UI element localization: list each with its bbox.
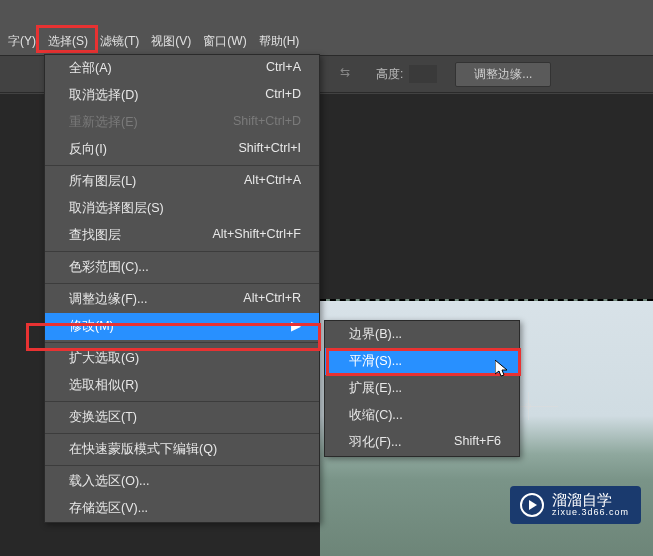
menu-help[interactable]: 帮助(H): [253, 29, 306, 54]
menu-item-modify[interactable]: 修改(M)▶: [45, 313, 319, 340]
menu-item-select-all[interactable]: 全部(A)Ctrl+A: [45, 55, 319, 82]
menu-item-transform-selection[interactable]: 变换选区(T): [45, 404, 319, 431]
menu-item-load-selection[interactable]: 载入选区(O)...: [45, 468, 319, 495]
menu-item-color-range[interactable]: 色彩范围(C)...: [45, 254, 319, 281]
menu-item-refine-edge[interactable]: 调整边缘(F)...Alt+Ctrl+R: [45, 286, 319, 313]
menu-filter[interactable]: 滤镜(T): [94, 29, 145, 54]
menu-bar: 字(Y) 选择(S) 滤镜(T) 视图(V) 窗口(W) 帮助(H): [0, 27, 653, 55]
height-input[interactable]: [409, 65, 437, 83]
menu-item-deselect[interactable]: 取消选择(D)Ctrl+D: [45, 82, 319, 109]
menu-item-all-layers[interactable]: 所有图层(L)Alt+Ctrl+A: [45, 168, 319, 195]
submenu-item-expand[interactable]: 扩展(E)...: [325, 375, 519, 402]
menu-item-deselect-layers[interactable]: 取消选择图层(S): [45, 195, 319, 222]
watermark-title: 溜溜自学: [552, 492, 629, 509]
menu-item-inverse[interactable]: 反向(I)Shift+Ctrl+I: [45, 136, 319, 163]
menu-select[interactable]: 选择(S): [42, 29, 94, 54]
menu-window[interactable]: 窗口(W): [197, 29, 252, 54]
menu-text[interactable]: 字(Y): [2, 29, 42, 54]
swap-icon[interactable]: ⇆: [340, 65, 358, 83]
submenu-item-contract[interactable]: 收缩(C)...: [325, 402, 519, 429]
modify-submenu: 边界(B)... 平滑(S)... 扩展(E)... 收缩(C)... 羽化(F…: [324, 320, 520, 457]
menu-item-quick-mask[interactable]: 在快速蒙版模式下编辑(Q): [45, 436, 319, 463]
watermark-url: zixue.3d66.com: [552, 508, 629, 518]
submenu-item-smooth[interactable]: 平滑(S)...: [325, 348, 519, 375]
submenu-arrow-icon: ▶: [291, 318, 301, 335]
watermark-badge: 溜溜自学 zixue.3d66.com: [510, 486, 641, 524]
select-menu-dropdown: 全部(A)Ctrl+A 取消选择(D)Ctrl+D 重新选择(E)Shift+C…: [44, 54, 320, 523]
submenu-item-border[interactable]: 边界(B)...: [325, 321, 519, 348]
menu-item-similar[interactable]: 选取相似(R): [45, 372, 319, 399]
menu-item-save-selection[interactable]: 存储选区(V)...: [45, 495, 319, 522]
refine-edge-button[interactable]: 调整边缘...: [455, 62, 551, 87]
height-label: 高度:: [376, 66, 403, 83]
menu-view[interactable]: 视图(V): [145, 29, 197, 54]
submenu-item-feather[interactable]: 羽化(F)...Shift+F6: [325, 429, 519, 456]
menu-item-reselect: 重新选择(E)Shift+Ctrl+D: [45, 109, 319, 136]
menu-item-find-layers[interactable]: 查找图层Alt+Shift+Ctrl+F: [45, 222, 319, 249]
play-icon: [520, 493, 544, 517]
menu-item-grow[interactable]: 扩大选取(G): [45, 345, 319, 372]
